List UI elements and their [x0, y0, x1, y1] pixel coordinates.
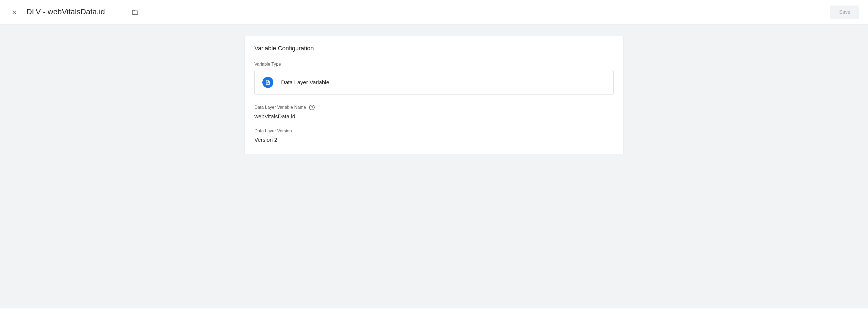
dlv-version-value: Version 2 — [254, 137, 614, 143]
folder-icon — [131, 9, 138, 16]
main-area: Variable Configuration Variable Type Dat… — [0, 25, 868, 308]
variable-type-selector[interactable]: Data Layer Variable — [254, 70, 614, 95]
dlv-name-label-text: Data Layer Variable Name — [254, 105, 306, 110]
header-bar: Save — [0, 0, 868, 25]
variable-type-name: Data Layer Variable — [281, 79, 329, 86]
dlv-version-label: Data Layer Version — [254, 129, 614, 134]
card-title: Variable Configuration — [254, 45, 614, 52]
variable-config-card: Variable Configuration Variable Type Dat… — [244, 36, 624, 154]
data-layer-icon — [262, 77, 273, 88]
folder-button[interactable] — [130, 8, 140, 17]
variable-name-input[interactable] — [26, 6, 125, 18]
close-button[interactable] — [9, 7, 20, 18]
variable-type-label: Variable Type — [254, 62, 614, 67]
dlv-name-label: Data Layer Variable Name ? — [254, 105, 614, 110]
help-icon[interactable]: ? — [309, 105, 315, 110]
dlv-name-value: webVitalsData.id — [254, 113, 614, 120]
save-button[interactable]: Save — [830, 5, 859, 19]
title-container — [26, 6, 140, 18]
close-icon — [11, 9, 18, 16]
